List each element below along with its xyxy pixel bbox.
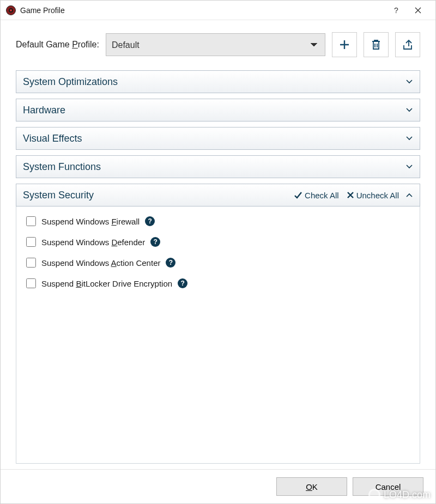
add-profile-button[interactable]: [332, 32, 357, 57]
delete-profile-button[interactable]: [364, 32, 389, 57]
section-system-functions[interactable]: System Functions: [16, 155, 420, 178]
option-suspend-firewall: Suspend Windows Firewall ?: [26, 216, 410, 226]
profile-label: Default Game Profile:: [16, 40, 99, 50]
section-system-optimizations[interactable]: System Optimizations: [16, 70, 420, 93]
checkbox-suspend-bitlocker[interactable]: [26, 278, 36, 288]
help-icon[interactable]: ?: [166, 258, 175, 268]
section-title: System Functions: [23, 161, 101, 173]
section-hardware[interactable]: Hardware: [16, 99, 420, 122]
sections: System Optimizations Hardware Visual Eff…: [16, 70, 420, 464]
help-icon[interactable]: ?: [145, 216, 155, 226]
content-area: Default Game Profile: Default System Opt…: [1, 20, 435, 469]
chevron-down-icon: [405, 79, 413, 84]
ok-button[interactable]: OK: [276, 477, 347, 496]
profile-select[interactable]: Default: [106, 33, 325, 56]
checkbox-suspend-defender[interactable]: [26, 237, 36, 247]
help-icon[interactable]: ?: [178, 278, 187, 288]
option-label: Suspend Windows Defender: [41, 238, 145, 247]
section-title: System Optimizations: [23, 76, 118, 88]
watermark-icon: [368, 489, 380, 501]
chevron-down-icon: [405, 107, 413, 113]
option-label: Suspend BitLocker Drive Encryption: [41, 279, 172, 288]
watermark: LO4D.com: [368, 489, 431, 501]
uncheck-all-button[interactable]: Uncheck All: [347, 191, 399, 200]
app-icon: [6, 5, 16, 15]
option-suspend-bitlocker: Suspend BitLocker Drive Encryption ?: [26, 278, 410, 288]
close-button[interactable]: [407, 1, 429, 20]
section-system-security-container: System Security Check All Uncheck All: [16, 184, 420, 464]
section-title: Hardware: [23, 105, 65, 116]
chevron-down-icon: [405, 164, 413, 169]
checkbox-suspend-firewall[interactable]: [26, 216, 36, 226]
svg-point-2: [10, 9, 12, 11]
check-all-button[interactable]: Check All: [294, 191, 339, 200]
game-profile-window: Game Profile ? Default Game Profile: Def…: [0, 0, 436, 504]
system-security-body: Suspend Windows Firewall ? Suspend Windo…: [16, 207, 420, 464]
chevron-down-icon: [405, 136, 413, 141]
section-system-security[interactable]: System Security Check All Uncheck All: [16, 184, 420, 207]
chevron-up-icon: [405, 192, 413, 198]
section-title: Visual Effects: [23, 133, 82, 144]
profile-row: Default Game Profile: Default: [16, 32, 420, 57]
titlebar: Game Profile ?: [1, 1, 435, 20]
option-label: Suspend Windows Firewall: [41, 217, 140, 226]
help-button[interactable]: ?: [385, 1, 407, 20]
window-title: Game Profile: [20, 6, 385, 15]
section-title: System Security: [23, 190, 94, 201]
checkbox-suspend-action-center[interactable]: [26, 258, 36, 268]
export-profile-button[interactable]: [395, 32, 420, 57]
option-suspend-defender: Suspend Windows Defender ?: [26, 237, 410, 247]
help-icon[interactable]: ?: [150, 237, 160, 247]
section-visual-effects[interactable]: Visual Effects: [16, 127, 420, 150]
option-label: Suspend Windows Action Center: [41, 258, 160, 268]
option-suspend-action-center: Suspend Windows Action Center ?: [26, 258, 410, 268]
